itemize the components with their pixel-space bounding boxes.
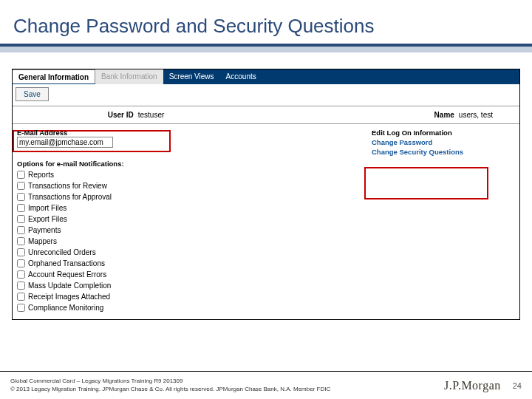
footer-line-2: © 2013 Legacy Migration Training. JPMorg…	[10, 386, 330, 393]
option-label: Payments	[28, 226, 61, 234]
option-label: Compliance Monitoring	[28, 304, 103, 312]
name-value: users, test	[459, 111, 493, 119]
option-label: Orphaned Transactions	[28, 259, 105, 267]
option-checkbox-tx-approval[interactable]	[17, 193, 25, 201]
user-id-label: User ID	[108, 111, 134, 119]
option-checkbox-mass-update[interactable]	[17, 282, 25, 290]
option-checkbox-mappers[interactable]	[17, 237, 25, 245]
edit-logon-header: Edit Log On Information	[372, 129, 515, 137]
option-checkbox-tx-review[interactable]	[17, 182, 25, 190]
slide-footer: Global Commercial Card – Legacy Migratio…	[0, 371, 532, 399]
option-checkbox-import-files[interactable]	[17, 204, 25, 212]
option-label: Import Files	[28, 204, 66, 212]
option-checkbox-reports[interactable]	[17, 171, 25, 179]
option-checkbox-payments[interactable]	[17, 226, 25, 234]
option-checkbox-compliance[interactable]	[17, 304, 25, 312]
option-label: Transactions for Approval	[28, 193, 112, 201]
tab-bank-information[interactable]: Bank Information	[95, 69, 163, 84]
option-checkbox-orphaned[interactable]	[17, 259, 25, 267]
option-checkbox-receipt-images[interactable]	[17, 293, 25, 301]
toolbar: Save	[13, 84, 519, 106]
option-label: Export Files	[28, 215, 67, 223]
option-checkbox-account-errors[interactable]	[17, 270, 25, 279]
change-security-questions-link[interactable]: Change Security Questions	[372, 148, 515, 156]
options-header: Options for e-mail Notifications:	[17, 160, 180, 168]
title-divider	[0, 44, 532, 52]
option-checkbox-unreconciled[interactable]	[17, 248, 25, 256]
option-label: Mass Update Completion	[28, 282, 111, 290]
option-label: Transactions for Review	[28, 182, 107, 190]
info-row: User ID testuser Name users, test	[13, 106, 519, 124]
tab-general-information[interactable]: General Information	[13, 69, 95, 83]
option-label: Unreconciled Orders	[28, 248, 96, 256]
page-title: Change Password and Security Questions	[0, 0, 532, 42]
page-number: 24	[513, 381, 522, 390]
user-id-value: testuser	[138, 111, 165, 119]
save-button[interactable]: Save	[16, 87, 49, 101]
name-label: Name	[434, 111, 454, 119]
option-label: Account Request Errors	[28, 270, 106, 279]
tab-accounts[interactable]: Accounts	[220, 69, 262, 84]
email-label: E-Mail Address	[17, 129, 180, 137]
option-label: Receipt Images Attached	[28, 293, 110, 301]
tab-bar: General Information Bank Information Scr…	[13, 69, 519, 84]
footer-line-1: Global Commercial Card – Legacy Migratio…	[10, 378, 330, 385]
email-field[interactable]	[17, 137, 113, 148]
jpmorgan-logo: J.P.Morgan	[444, 379, 501, 392]
tab-screen-views[interactable]: Screen Views	[163, 69, 220, 84]
application-frame: General Information Bank Information Scr…	[12, 69, 520, 320]
option-label: Mappers	[28, 237, 57, 245]
option-checkbox-export-files[interactable]	[17, 215, 25, 223]
option-label: Reports	[28, 171, 54, 179]
change-password-link[interactable]: Change Password	[372, 138, 515, 146]
